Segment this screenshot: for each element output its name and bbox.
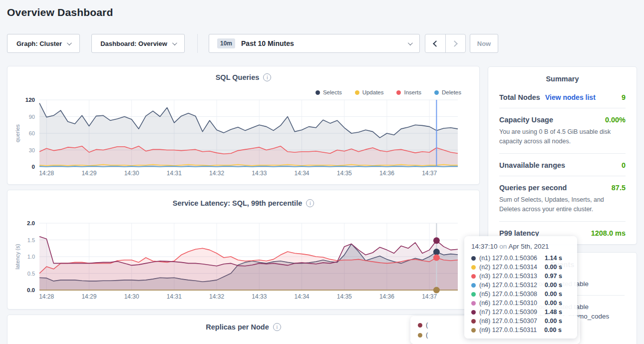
service-latency-plot[interactable]: 14:2814:2914:3014:3114:3214:3314:3414:35… [7, 190, 479, 309]
svg-text:14:29: 14:29 [81, 293, 96, 300]
chevron-right-icon [451, 40, 458, 47]
queries-per-second-description: Sum of Selects, Updates, Inserts, and De… [499, 195, 626, 215]
svg-text:60: 60 [29, 130, 35, 136]
queries-per-second-value: 87.5 [612, 184, 626, 192]
node8-color-dot [418, 323, 422, 328]
view-nodes-list-link[interactable]: View nodes list [545, 93, 596, 101]
node-color-dot [471, 292, 476, 297]
summary-title: Summary [488, 67, 637, 83]
svg-text:14:36: 14:36 [379, 170, 394, 177]
node-color-dot [471, 283, 476, 288]
chevron-down-icon [67, 40, 72, 45]
page-title: Overview Dashboard [7, 6, 113, 18]
node-color-dot [471, 328, 476, 333]
svg-text:latency (s): latency (s) [14, 244, 20, 270]
svg-text:14:35: 14:35 [337, 170, 352, 177]
svg-text:14:28: 14:28 [39, 170, 54, 177]
unavailable-ranges-value: 0 [622, 161, 626, 169]
svg-text:14:29: 14:29 [81, 170, 96, 177]
svg-text:0.5: 0.5 [27, 271, 35, 277]
chevron-left-icon [433, 40, 439, 47]
svg-text:1.5: 1.5 [27, 237, 35, 243]
tooltip-node-row: (n4) 127.0.0.1:503120.00 s [471, 281, 570, 290]
svg-text:2.0: 2.0 [27, 220, 35, 226]
time-range-badge: 10m [217, 38, 235, 48]
svg-text:14:30: 14:30 [124, 293, 139, 300]
sql-queries-chart-card: SQL Queries i Selects Updates Inserts De… [7, 66, 480, 185]
service-latency-chart-card: Service Latency: SQL, 99th percentile i … [7, 190, 480, 310]
time-range-label: Past 10 Minutes [241, 39, 402, 47]
node-color-dot [471, 319, 476, 324]
tooltip-node-row: (n2) 127.0.0.1:503140.00 s [471, 263, 570, 272]
sql-queries-plot[interactable]: 14:2814:2914:3014:3114:3214:3314:3414:35… [7, 66, 479, 184]
info-icon[interactable]: i [273, 323, 281, 331]
svg-text:14:32: 14:32 [209, 170, 224, 177]
svg-text:14:33: 14:33 [252, 293, 267, 300]
summary-panel: Summary Total Nodes View nodes list 9 Ca… [488, 66, 637, 245]
time-range-dropdown[interactable]: 10m Past 10 Minutes [209, 34, 420, 53]
tooltip-node-row: (n9) 127.0.0.1:503110.00 s [471, 326, 570, 335]
chevron-down-icon [172, 40, 177, 45]
tooltip-node-row: (n7) 127.0.0.1:503091.48 s [471, 308, 570, 317]
capacity-usage-value: 0.00% [605, 116, 626, 124]
tooltip-timestamp: 14:37:10 on Apr 5th, 2021 [471, 243, 570, 250]
time-step-button-group [425, 34, 466, 53]
p99-latency-value: 1208.0 ms [591, 229, 626, 237]
toolbar: Graph: Cluster Dashboard: Overview 10m P… [0, 34, 644, 53]
now-button[interactable]: Now [470, 34, 498, 53]
overview-dashboard-page: Overview Dashboard Graph: Cluster Dashbo… [0, 0, 644, 344]
svg-text:14:37: 14:37 [422, 293, 437, 300]
svg-text:14:34: 14:34 [295, 170, 310, 177]
replicas-per-node-chart-card: Replicas per Node i [7, 315, 480, 344]
tooltip-node-row: (n6) 127.0.0.1:503100.00 s [471, 299, 570, 308]
time-next-button[interactable] [446, 34, 466, 52]
svg-text:120: 120 [25, 97, 35, 103]
svg-text:0.0: 0.0 [27, 287, 35, 293]
node-color-dot [471, 265, 476, 270]
svg-text:0: 0 [32, 164, 35, 170]
svg-text:14:34: 14:34 [295, 293, 310, 300]
graph-scope-label: Graph: Cluster [16, 40, 62, 47]
chart-hover-tooltip: 14:37:10 on Apr 5th, 2021 (n1) 127.0.0.1… [464, 236, 577, 339]
svg-text:14:33: 14:33 [252, 170, 267, 177]
time-prev-button[interactable] [425, 34, 446, 52]
node-color-dot [471, 301, 476, 306]
summary-row-capacity-usage: Capacity Usage 0.00% You are using 0 B o… [499, 108, 626, 154]
summary-row-queries-per-second: Queries per second 87.5 Sum of Selects, … [499, 176, 626, 222]
tooltip-node-row: (n1) 127.0.0.1:503061.14 s [471, 254, 570, 263]
svg-text:30: 30 [29, 147, 35, 153]
svg-text:14:37: 14:37 [422, 170, 437, 177]
capacity-usage-description: You are using 0 B of 4.5 GiB usable disk… [499, 127, 626, 147]
summary-row-unavailable-ranges: Unavailable ranges 0 [499, 154, 626, 176]
svg-text:14:28: 14:28 [39, 293, 54, 300]
svg-text:14:36: 14:36 [379, 293, 394, 300]
svg-text:queries: queries [14, 124, 20, 142]
tooltip-node-row: (n5) 127.0.0.1:503080.00 s [471, 290, 570, 299]
chevron-down-icon [408, 40, 413, 45]
node-color-dot [471, 274, 476, 279]
svg-text:14:35: 14:35 [337, 293, 352, 300]
svg-text:14:31: 14:31 [167, 293, 182, 300]
svg-text:14:32: 14:32 [209, 293, 224, 300]
total-nodes-value: 9 [622, 93, 626, 101]
summary-row-total-nodes: Total Nodes View nodes list 9 [499, 86, 626, 108]
replicas-chart-title: Replicas per Node [206, 323, 269, 331]
node9-color-dot [418, 333, 422, 338]
tooltip-node-row: (n3) 127.0.0.1:503130.97 s [471, 272, 570, 281]
tooltip-node-row: (n8) 127.0.0.1:503070.00 s [471, 317, 570, 326]
svg-text:1.0: 1.0 [27, 254, 35, 260]
svg-text:14:30: 14:30 [124, 170, 139, 177]
dashboard-label: Dashboard: Overview [100, 40, 167, 47]
dashboard-dropdown[interactable]: Dashboard: Overview [91, 34, 185, 53]
node-color-dot [471, 256, 476, 261]
node-color-dot [471, 310, 476, 315]
toolbar-divider [197, 34, 198, 53]
svg-text:90: 90 [29, 114, 35, 120]
svg-text:14:31: 14:31 [167, 170, 182, 177]
graph-scope-dropdown[interactable]: Graph: Cluster [7, 34, 80, 53]
